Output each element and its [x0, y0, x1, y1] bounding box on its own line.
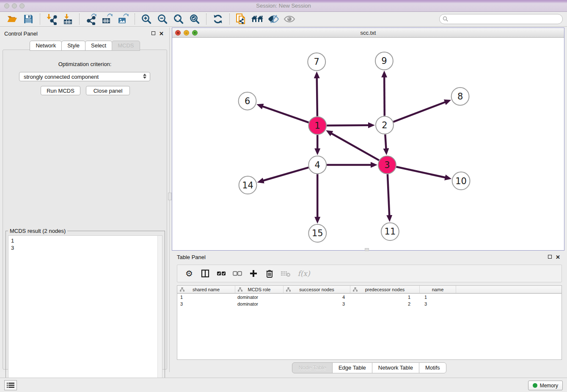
folder-open-icon[interactable] [6, 13, 19, 25]
select-all-checkboxes-icon[interactable] [215, 268, 227, 279]
search-icon [443, 16, 449, 22]
network-import-icon[interactable] [45, 13, 58, 25]
graph-edge-2-8[interactable] [393, 102, 446, 121]
table-cell[interactable]: 1 [350, 295, 420, 300]
table-cell[interactable]: 2 [350, 301, 420, 306]
horizontal-splitter-handle[interactable] [365, 248, 369, 251]
table-cell[interactable]: dominator [235, 301, 284, 306]
tab-network[interactable]: Network [30, 41, 62, 51]
optimization-criterion-label: Optimization criterion: [3, 61, 167, 67]
hierarchy-icon [238, 287, 242, 292]
gear-icon[interactable]: ⚙ [183, 268, 195, 279]
graph-edge-4-14[interactable] [262, 168, 308, 181]
table-cell[interactable]: 1 [177, 295, 235, 300]
houses-icon[interactable] [251, 13, 264, 25]
tab-network-table[interactable]: Network Table [372, 362, 419, 373]
graph-edge-3-10[interactable] [396, 167, 446, 178]
zoom-selected-icon[interactable] [188, 13, 201, 25]
network-window-titlebar[interactable]: ✕ − + scc.txt [172, 28, 564, 38]
column-header-predecessor-nodes[interactable]: predecessor nodes [350, 286, 420, 293]
search-input[interactable] [439, 14, 563, 24]
column-header-successor-nodes[interactable]: successor nodes [284, 286, 350, 293]
zoom-in-icon[interactable] [140, 13, 153, 25]
graph-edge-2-3[interactable] [385, 135, 386, 150]
list-icon [7, 382, 14, 388]
tab-motifs[interactable]: Motifs [419, 362, 446, 373]
columns-icon[interactable] [199, 268, 211, 279]
column-header-name[interactable]: name [420, 286, 456, 293]
table-cell[interactable]: 3 [420, 301, 456, 306]
hierarchy-icon [180, 287, 184, 292]
close-panel-icon[interactable]: ✕ [159, 31, 164, 36]
network-export-icon[interactable] [85, 13, 97, 25]
mcds-result-title: MCDS result (2 nodes) [8, 228, 67, 234]
graph-edge-3-11[interactable] [388, 174, 389, 216]
floppy-save-icon[interactable] [22, 13, 35, 25]
deselect-all-checkboxes-icon[interactable] [231, 268, 243, 279]
tab-style[interactable]: Style [61, 41, 85, 51]
tab-edge-table[interactable]: Edge Table [332, 362, 372, 373]
hierarchy-icon [353, 287, 358, 292]
result-line: 3 [11, 244, 160, 251]
network-view-title: scc.txt [172, 30, 564, 36]
graph-node-label: 10 [455, 176, 467, 186]
table-import-icon[interactable] [61, 13, 74, 25]
criterion-select[interactable]: strongly connected component [19, 72, 150, 81]
graph-edge-1-2[interactable] [327, 125, 369, 126]
table-cell[interactable]: dominator [235, 295, 284, 300]
graph-node-label: 7 [314, 57, 319, 67]
close-table-panel-icon[interactable]: ✕ [556, 255, 560, 259]
search-field-wrap [439, 14, 563, 24]
column-header-shared-name[interactable]: shared name [177, 286, 235, 293]
image-export-icon[interactable] [117, 13, 129, 25]
table-header-row: shared name MCDS role successor nodes pr… [177, 286, 561, 294]
table-cell[interactable]: 3 [177, 301, 235, 306]
table-row[interactable]: 1dominator411 [177, 294, 561, 301]
graph-edge-1-6[interactable] [261, 106, 308, 123]
mcds-result-box: MCDS result (2 nodes) 13 [6, 231, 165, 392]
zoom-out-icon[interactable] [156, 13, 169, 25]
table-cell[interactable]: 4 [284, 295, 350, 300]
tab-node-table[interactable]: Node Table [292, 362, 333, 373]
vertical-splitter-handle[interactable] [168, 193, 172, 200]
main-toolbar [0, 12, 567, 27]
trash-icon[interactable] [264, 268, 275, 279]
run-mcds-button[interactable]: Run MCDS [41, 86, 80, 95]
table-row[interactable]: 3dominator323 [177, 301, 561, 307]
table-cell[interactable]: 3 [284, 301, 350, 306]
hierarchy-icon [286, 287, 291, 292]
column-header-mcds-role[interactable]: MCDS role [235, 286, 284, 293]
control-panel: Control Panel ✕ Network Style Select MCD… [0, 28, 170, 372]
tab-select[interactable]: Select [85, 41, 112, 51]
copy-network-icon[interactable] [235, 13, 248, 25]
tab-mcds[interactable]: MCDS [112, 41, 140, 51]
task-history-button[interactable] [4, 380, 17, 390]
toolbar-divider [206, 14, 206, 25]
criterion-value: strongly connected component [24, 74, 99, 80]
graph-edge-3-1[interactable] [331, 133, 379, 160]
mcds-result-text[interactable]: 13 [8, 235, 162, 389]
table-cell[interactable]: 1 [420, 295, 456, 300]
add-row-icon[interactable] [248, 268, 259, 279]
graph-node-label: 15 [312, 228, 323, 238]
zoom-fit-icon[interactable] [172, 13, 185, 25]
memory-button[interactable]: Memory [528, 381, 563, 390]
close-panel-button[interactable]: Close panel [86, 86, 130, 95]
result-scrollbar[interactable] [157, 236, 162, 389]
network-canvas[interactable]: 7968124314101511 [172, 38, 564, 250]
float-table-panel-icon[interactable] [548, 255, 552, 259]
eye-slash-icon[interactable] [267, 13, 280, 25]
layout-refresh-icon[interactable] [212, 13, 224, 25]
graph-node-label: 4 [315, 160, 320, 170]
table-body[interactable]: 1dominator4113dominator323 [177, 294, 561, 307]
result-line: 1 [11, 237, 160, 244]
graph-edge-2-9[interactable] [384, 76, 385, 116]
network-graph[interactable]: 7968124314101511 [172, 38, 564, 250]
graph-node-label: 14 [242, 180, 253, 190]
graph-edge-1-7[interactable] [317, 77, 317, 116]
node-table[interactable]: shared name MCDS role successor nodes pr… [177, 285, 562, 360]
table-export-icon[interactable] [101, 13, 113, 25]
toolbar-divider [79, 14, 80, 25]
float-panel-icon[interactable] [151, 31, 155, 35]
memory-label: Memory [540, 383, 558, 389]
